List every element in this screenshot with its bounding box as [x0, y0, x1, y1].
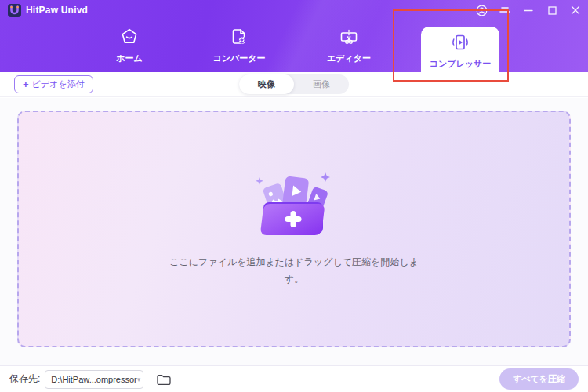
tab-home[interactable]: ホーム [82, 27, 176, 64]
toggle-video[interactable]: 映像 [239, 74, 294, 94]
tab-label: ホーム [82, 53, 176, 64]
add-video-label: ビデオを添付 [32, 78, 85, 90]
minimize-icon[interactable] [522, 4, 535, 16]
toolbar: + ビデオを添付 映像 画像 [0, 72, 588, 97]
chevron-down-icon: ▾ [137, 376, 141, 383]
main-nav: ホーム コンバーター [0, 20, 588, 72]
compress-all-button[interactable]: すべてを圧縮 [499, 368, 579, 390]
home-icon [82, 27, 176, 50]
plus-icon: + [23, 78, 29, 90]
save-path-select[interactable]: D:\HitPaw...ompressor ▾ [45, 370, 143, 389]
window-title: HitPaw Univd [26, 5, 88, 16]
media-type-toggle: 映像 画像 [239, 74, 349, 94]
tab-label: エディター [302, 53, 396, 64]
titlebar[interactable]: HitPaw Univd [0, 0, 588, 20]
toggle-image[interactable]: 画像 [294, 74, 349, 94]
save-destination-label: 保存先: [9, 372, 40, 386]
content-area: ここにファイルを追加またはドラッグして圧縮を開始します。 [0, 98, 588, 365]
maximize-icon[interactable] [546, 4, 558, 16]
tab-converter[interactable]: コンバーター [192, 27, 286, 64]
header: HitPaw Univd [0, 0, 588, 72]
app-logo-icon [8, 4, 21, 17]
save-path-value: D:\HitPaw...ompressor [51, 375, 136, 384]
converter-icon [192, 27, 286, 50]
compressor-icon [449, 42, 471, 56]
app-window: HitPaw Univd [0, 0, 588, 392]
tab-label: コンプレッサー [421, 58, 499, 70]
account-icon[interactable] [475, 4, 488, 16]
add-files-illustration [242, 169, 346, 248]
menu-icon[interactable] [499, 4, 511, 16]
add-video-button[interactable]: + ビデオを添付 [14, 75, 93, 93]
file-dropzone[interactable]: ここにファイルを追加またはドラッグして圧縮を開始します。 [17, 111, 571, 347]
tab-compressor[interactable]: コンプレッサー [421, 27, 499, 72]
close-icon[interactable] [569, 4, 582, 16]
window-controls [475, 0, 582, 20]
tab-editor[interactable]: エディター [302, 27, 396, 64]
editor-icon [302, 27, 396, 50]
open-folder-icon[interactable] [156, 373, 171, 386]
footer-bar: 保存先: D:\HitPaw...ompressor ▾ すべてを圧縮 [0, 365, 588, 392]
dropzone-hint: ここにファイルを追加またはドラッグして圧縮を開始します。 [165, 254, 423, 288]
tab-label: コンバーター [192, 53, 286, 64]
